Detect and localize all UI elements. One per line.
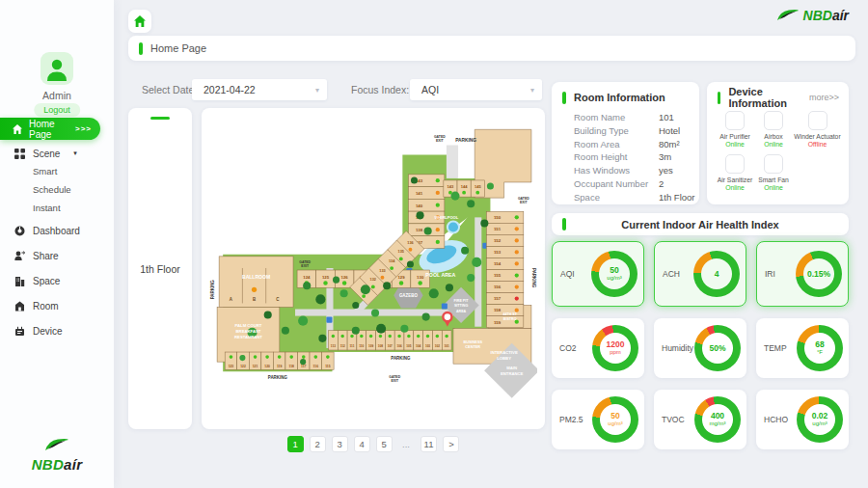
device-tile-smart-fan[interactable]: Smart FanOnline xyxy=(756,154,791,191)
page-button-4[interactable]: 4 xyxy=(354,436,370,452)
gauge-card-iri[interactable]: IRI0.15% xyxy=(756,241,849,307)
map-room-155[interactable]: 155 xyxy=(486,270,523,282)
map-room-145[interactable]: 145 xyxy=(471,180,484,197)
sidebar-item-label: Room xyxy=(33,301,59,312)
sidebar-item-smart[interactable]: Smart xyxy=(33,166,57,176)
map-room-152[interactable]: 152 xyxy=(486,234,523,246)
device-status: Online xyxy=(725,141,745,148)
sidebar-item-label: Scene xyxy=(33,149,60,159)
gauge-label: AQI xyxy=(560,269,575,279)
map-room-108[interactable]: 108 xyxy=(376,331,386,350)
date-select[interactable]: 2021-04-22 ▾ xyxy=(192,79,327,100)
sidebar-item-room[interactable]: Room xyxy=(0,297,114,314)
gauge-card-tvoc[interactable]: TVOC400mg/m³ xyxy=(654,390,746,449)
focus-index-select[interactable]: AQI ▾ xyxy=(410,79,542,100)
map-room-116[interactable]: 116 xyxy=(310,352,322,369)
gauge-unit: ug/m³ xyxy=(607,275,621,282)
page-button-11[interactable]: 11 xyxy=(420,436,438,452)
map-room-125[interactable]: 125 xyxy=(316,270,336,287)
svg-text:POOL AREA: POOL AREA xyxy=(425,272,455,278)
gauge-value: 0.15% xyxy=(807,270,830,279)
map-room-154[interactable]: 154 xyxy=(486,258,523,269)
sidebar-item-scene[interactable]: Scene ▾ xyxy=(0,145,114,162)
map-room-107[interactable]: 107 xyxy=(385,331,394,350)
sidebar-item-dashboard[interactable]: Dashboard xyxy=(0,222,114,239)
map-room-153[interactable]: 153 xyxy=(486,246,523,258)
device-tile-air-sanitizer[interactable]: Air SanitizerOnline xyxy=(714,154,756,191)
map-room-106[interactable]: 106 xyxy=(394,331,404,350)
map-room-118[interactable]: 118 xyxy=(285,352,298,369)
svg-text:PARKING: PARKING xyxy=(531,268,536,288)
page-button-5[interactable]: 5 xyxy=(376,436,393,452)
gauge-card-co2[interactable]: CO21200ppm xyxy=(552,318,644,378)
next-page-button[interactable]: > xyxy=(443,436,459,452)
gauge-card-pm25[interactable]: PM2.550ug/m³ xyxy=(552,390,644,449)
sidebar-item-share[interactable]: Share xyxy=(0,247,114,264)
floor-active-indicator xyxy=(150,117,170,120)
svg-text:44TH ST: 44TH ST xyxy=(502,312,517,316)
map-room-150[interactable]: 150 xyxy=(486,211,523,223)
gauge-card-temp[interactable]: TEMP68°F xyxy=(756,318,849,378)
svg-text:144: 144 xyxy=(461,184,468,189)
chevron-down-icon: ▾ xyxy=(73,149,77,157)
floor-map[interactable]: 1431411401391381371501511521531541551561… xyxy=(209,115,537,421)
sidebar-item-space[interactable]: Space xyxy=(0,272,114,289)
svg-text:107: 107 xyxy=(388,344,393,348)
svg-text:104: 104 xyxy=(416,344,420,348)
map-room-141[interactable]: 141 xyxy=(408,187,444,200)
map-room-122[interactable]: 122 xyxy=(237,352,250,369)
svg-text:AREA: AREA xyxy=(456,310,467,313)
sidebar-item-label: Device xyxy=(33,326,63,337)
map-room-105[interactable]: 105 xyxy=(404,331,414,350)
gauge-card-humidity[interactable]: Humidity50% xyxy=(654,318,746,378)
map-room-103[interactable]: 103 xyxy=(423,331,433,350)
gauge-card-hcho[interactable]: HCHO0.02ug/m³ xyxy=(756,390,849,449)
sidebar-item-home-page[interactable]: Home Page >>> xyxy=(0,118,100,140)
page-button-3[interactable]: 3 xyxy=(332,436,348,452)
svg-text:123: 123 xyxy=(229,365,234,368)
room-information-panel: Room Information Room Name101Building Ty… xyxy=(552,82,699,204)
sidebar-item-schedule[interactable]: Schedule xyxy=(33,184,71,195)
gauge-card-ach[interactable]: ACH4 xyxy=(654,241,746,307)
room-icon xyxy=(14,301,25,312)
map-room-120[interactable]: 120 xyxy=(261,352,274,369)
map-room-112[interactable]: 112 xyxy=(338,331,347,350)
page-button-1[interactable]: 1 xyxy=(287,436,304,452)
map-room-119[interactable]: 119 xyxy=(273,352,285,369)
map-room-101[interactable]: 101 xyxy=(442,331,451,350)
gauge-card-aqi[interactable]: AQI50ug/m³ xyxy=(552,241,644,307)
map-room-109[interactable]: 109 xyxy=(366,331,376,350)
room-info-value: yes xyxy=(659,164,673,177)
map-room-140[interactable]: 140 xyxy=(408,199,444,211)
map-room-157[interactable]: 157 xyxy=(486,293,523,305)
gauge-donut: 50% xyxy=(694,325,741,371)
home-button[interactable] xyxy=(128,10,151,33)
gauge-label: CO2 xyxy=(559,343,576,353)
map-room-151[interactable]: 151 xyxy=(486,223,523,234)
map-room-121[interactable]: 121 xyxy=(249,352,261,369)
room-info-row: Occupant Number2 xyxy=(574,177,699,191)
focus-index-value: AQI xyxy=(418,84,530,95)
gauge-value: 68 xyxy=(815,340,824,349)
more-link[interactable]: more>> xyxy=(809,93,839,102)
map-room-104[interactable]: 104 xyxy=(414,331,423,350)
map-room-115[interactable]: 115 xyxy=(322,352,335,369)
device-tile-airbox[interactable]: AirboxOnline xyxy=(756,111,791,148)
device-tile-air-purifier[interactable]: Air PurifierOnline xyxy=(714,111,756,148)
sidebar-item-instant[interactable]: Instant xyxy=(33,203,61,213)
floor-selector[interactable]: 1th Floor xyxy=(128,108,192,429)
map-room-123[interactable]: 123 xyxy=(225,352,237,369)
device-icon-box xyxy=(808,111,827,130)
map-room-156[interactable]: 156 xyxy=(486,282,523,293)
logout-button[interactable]: Logout xyxy=(34,103,80,117)
sidebar-item-device[interactable]: Device xyxy=(0,322,114,339)
device-name: Winder Actuator xyxy=(794,133,840,140)
device-tile-winder-actuator[interactable]: Winder ActuatorOffline xyxy=(791,111,844,148)
map-room-113[interactable]: 113 xyxy=(328,331,338,350)
focus-index-label: Focus Index: xyxy=(351,84,409,95)
map-room-102[interactable]: 102 xyxy=(432,331,442,350)
gauge-unit: mg/m³ xyxy=(710,420,726,427)
room-info-value: 1th Floor xyxy=(659,191,695,204)
room-info-value: 2 xyxy=(659,177,664,191)
page-button-2[interactable]: 2 xyxy=(310,436,326,452)
